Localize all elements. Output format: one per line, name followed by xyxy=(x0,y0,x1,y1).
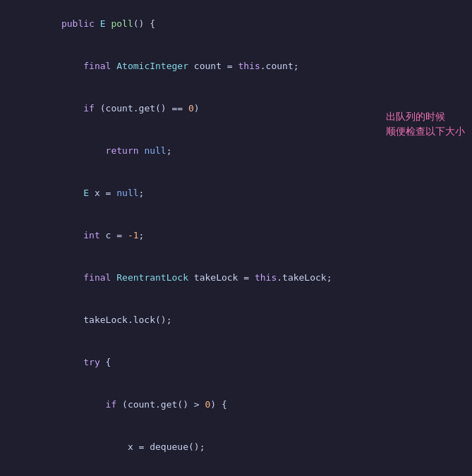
code-line-6: int c = -1; xyxy=(0,214,472,257)
code-line-8: takeLock.lock(); xyxy=(0,299,472,341)
code-line-9: try { xyxy=(0,341,472,384)
code-line-7: final ReentrantLock takeLock = this.take… xyxy=(0,257,472,299)
code-editor: public E poll() { final AtomicInteger co… xyxy=(0,0,472,476)
code-line-10: if (count.get() > 0) { xyxy=(0,384,472,426)
code-line-11: x = dequeue(); xyxy=(0,426,472,468)
code-line-2: final AtomicInteger count = this.count; xyxy=(0,45,472,87)
code-line-12: c = count.getAndDecrement(); xyxy=(0,468,472,476)
code-line-1: public E poll() { xyxy=(0,3,472,45)
chinese-annotation: 出队列的时候 顺便检查以下大小 xyxy=(386,109,465,139)
code-line-5: E x = null; xyxy=(0,172,472,214)
